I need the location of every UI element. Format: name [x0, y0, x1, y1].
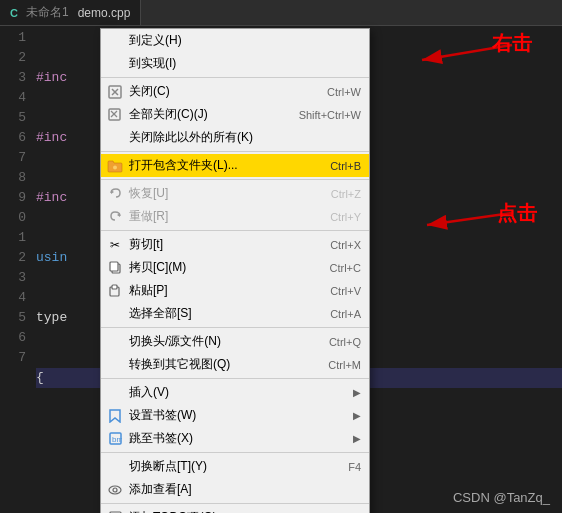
menu-shortcut: Ctrl+X — [310, 239, 361, 251]
close-all-icon — [105, 105, 125, 125]
menu-item-select-all[interactable]: 选择全部[S] Ctrl+A — [101, 302, 369, 325]
tab-item[interactable]: C 未命名1 demo.cpp — [0, 0, 141, 25]
redo-icon — [105, 207, 125, 227]
menu-label: 到定义(H) — [129, 32, 182, 49]
click-label: 点击 — [497, 202, 537, 224]
menu-item-open-folder[interactable]: 打开包含文件夹(L)... Ctrl+B — [101, 154, 369, 177]
todo-icon: TO — [105, 508, 125, 514]
tab-icon: C — [10, 7, 18, 19]
menu-label: 打开包含文件夹(L)... — [129, 157, 238, 174]
right-click-label: 右击 — [492, 32, 532, 54]
menu-separator — [101, 378, 369, 379]
menu-label: 添加TODO项(O)... — [129, 509, 227, 513]
submenu-arrow: ▶ — [353, 433, 361, 444]
menu-shortcut: Ctrl+Q — [309, 336, 361, 348]
svg-rect-12 — [112, 285, 117, 289]
menu-separator — [101, 179, 369, 180]
menu-label: 设置书签(W) — [129, 407, 196, 424]
menu-shortcut: Ctrl+W — [307, 86, 361, 98]
menu-label: 到实现(I) — [129, 55, 176, 72]
menu-label: 剪切[t] — [129, 236, 163, 253]
svg-rect-10 — [110, 262, 118, 271]
menu-shortcut: Ctrl+Z — [311, 188, 361, 200]
menu-item-close[interactable]: 关闭(C) Ctrl+W — [101, 80, 369, 103]
menu-item-goto-bookmark[interactable]: bm 跳至书签(X) ▶ — [101, 427, 369, 450]
annotation-right-click: 右击 — [492, 30, 532, 57]
menu-separator — [101, 327, 369, 328]
menu-item-toggle-breakpoint[interactable]: 切换断点[T](Y) F4 — [101, 455, 369, 478]
menu-item-add-todo[interactable]: TO 添加TODO项(O)... Ctrl+T — [101, 506, 369, 513]
menu-label: 切换头/源文件(N) — [129, 333, 221, 350]
menu-separator — [101, 77, 369, 78]
menu-label: 全部关闭(C)(J) — [129, 106, 208, 123]
menu-item-copy[interactable]: 拷贝[C](M) Ctrl+C — [101, 256, 369, 279]
cut-icon: ✂ — [105, 235, 125, 255]
line-numbers: 1 2 3 4 5 6 7 8 9 0 1 2 3 4 5 6 7 — [0, 26, 32, 513]
menu-item-undo[interactable]: 恢复[U] Ctrl+Z — [101, 182, 369, 205]
menu-label: 切换断点[T](Y) — [129, 458, 207, 475]
svg-text:bm: bm — [112, 435, 122, 444]
menu-label: 粘贴[P] — [129, 282, 168, 299]
menu-item-paste[interactable]: 粘贴[P] Ctrl+V — [101, 279, 369, 302]
tab-bar: C 未命名1 demo.cpp — [0, 0, 562, 26]
close-icon — [105, 82, 125, 102]
menu-shortcut: Ctrl+C — [310, 262, 361, 274]
watermark: CSDN @TanZq_ — [453, 490, 550, 505]
bookmark-jump-icon: bm — [105, 429, 125, 449]
menu-item-switch-view[interactable]: 转换到其它视图(Q) Ctrl+M — [101, 353, 369, 376]
menu-item-goto-definition[interactable]: 到定义(H) — [101, 29, 369, 52]
menu-label: 添加查看[A] — [129, 481, 192, 498]
menu-shortcut: Ctrl+V — [310, 285, 361, 297]
menu-separator — [101, 230, 369, 231]
menu-label: 重做[R] — [129, 208, 168, 225]
menu-item-goto-impl[interactable]: 到实现(I) — [101, 52, 369, 75]
editor-container: C 未命名1 demo.cpp 1 2 3 4 5 6 7 8 9 0 1 2 … — [0, 0, 562, 513]
menu-shortcut: F4 — [328, 461, 361, 473]
menu-shortcut: Ctrl+B — [310, 160, 361, 172]
menu-separator — [101, 151, 369, 152]
menu-label: 恢复[U] — [129, 185, 168, 202]
menu-label: 拷贝[C](M) — [129, 259, 186, 276]
context-menu: 到定义(H) 到实现(I) 关闭(C) Ctrl+W 全部关闭(C)(J) Sh… — [100, 28, 370, 513]
menu-item-switch-header[interactable]: 切换头/源文件(N) Ctrl+Q — [101, 330, 369, 353]
folder-icon — [105, 156, 125, 176]
menu-shortcut: Ctrl+M — [308, 359, 361, 371]
svg-point-15 — [109, 486, 121, 494]
undo-icon — [105, 184, 125, 204]
menu-item-cut[interactable]: ✂ 剪切[t] Ctrl+X — [101, 233, 369, 256]
paste-icon — [105, 281, 125, 301]
menu-label: 选择全部[S] — [129, 305, 192, 322]
annotation-click: 点击 — [497, 200, 537, 227]
menu-shortcut: Shift+Ctrl+W — [279, 109, 361, 121]
svg-point-6 — [113, 165, 117, 169]
menu-item-close-all[interactable]: 全部关闭(C)(J) Shift+Ctrl+W — [101, 103, 369, 126]
menu-shortcut: Ctrl+Y — [310, 211, 361, 223]
project-label: 未命名1 — [26, 4, 69, 21]
menu-item-set-bookmark[interactable]: 设置书签(W) ▶ — [101, 404, 369, 427]
menu-separator — [101, 503, 369, 504]
menu-item-insert[interactable]: 插入(V) ▶ — [101, 381, 369, 404]
menu-label: 转换到其它视图(Q) — [129, 356, 230, 373]
menu-separator — [101, 452, 369, 453]
submenu-arrow: ▶ — [353, 410, 361, 421]
bookmark-icon — [105, 406, 125, 426]
menu-label: 跳至书签(X) — [129, 430, 193, 447]
copy-icon — [105, 258, 125, 278]
menu-item-redo[interactable]: 重做[R] Ctrl+Y — [101, 205, 369, 228]
eye-icon — [105, 480, 125, 500]
menu-item-add-watch[interactable]: 添加查看[A] — [101, 478, 369, 501]
menu-label: 插入(V) — [129, 384, 169, 401]
tab-filename: demo.cpp — [78, 6, 131, 20]
menu-item-close-others[interactable]: 关闭除此以外的所有(K) — [101, 126, 369, 149]
menu-label: 关闭(C) — [129, 83, 170, 100]
submenu-arrow: ▶ — [353, 387, 361, 398]
menu-shortcut: Ctrl+A — [310, 308, 361, 320]
menu-label: 关闭除此以外的所有(K) — [129, 129, 253, 146]
svg-point-16 — [113, 488, 117, 492]
